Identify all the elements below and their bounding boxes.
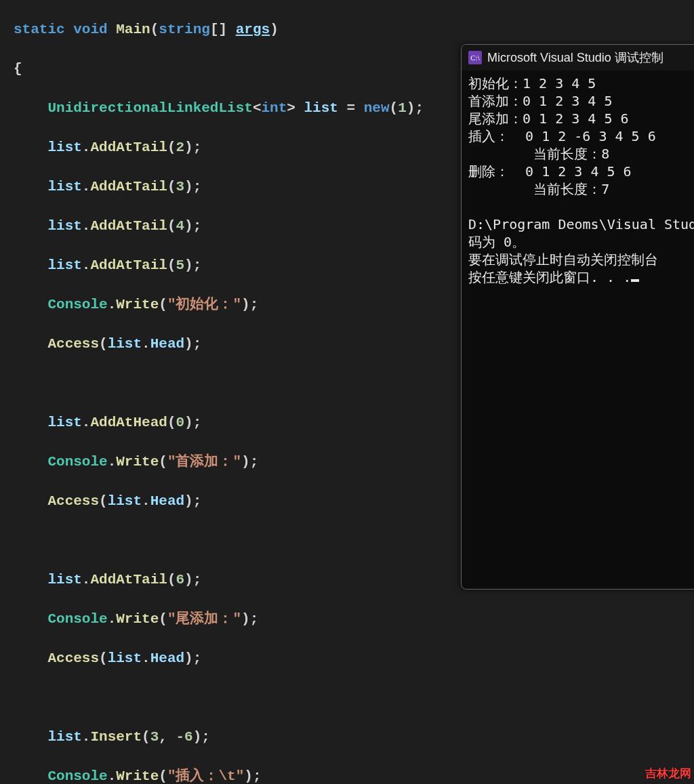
console-line: 当前长度：7: [468, 181, 609, 197]
watermark-text: 吉林龙网: [645, 766, 691, 781]
code-line: Console.Write("插入：\t");: [0, 766, 694, 784]
code-line: list.Insert(3, -6);: [0, 727, 694, 747]
console-output: 初始化：1 2 3 4 5 首添加：0 1 2 3 4 5 尾添加：0 1 2 …: [462, 70, 694, 290]
cursor-icon: [631, 279, 639, 282]
console-line: 按任意键关闭此窗口. . .: [468, 269, 631, 285]
code-line: Access(list.Head);: [0, 648, 694, 668]
code-line: Console.Write("尾添加：");: [0, 609, 694, 629]
console-line: 首添加：0 1 2 3 4 5: [468, 93, 612, 109]
console-line: 码为 0。: [468, 234, 525, 250]
debug-console-window[interactable]: C:\ Microsoft Visual Studio 调试控制 初始化：1 2…: [461, 44, 694, 590]
visual-studio-icon: C:\: [468, 51, 482, 64]
console-line: 初始化：1 2 3 4 5: [468, 75, 596, 91]
console-titlebar[interactable]: C:\ Microsoft Visual Studio 调试控制: [462, 45, 694, 70]
console-line: 插入： 0 1 2 -6 3 4 5 6: [468, 128, 656, 144]
console-line: 要在调试停止时自动关闭控制台: [468, 251, 658, 268]
console-line: 当前长度：8: [468, 146, 609, 162]
console-line: D:\Program Deoms\Visual Stud: [468, 216, 694, 232]
console-line: 删除： 0 1 2 3 4 5 6: [468, 163, 632, 180]
console-line: 尾添加：0 1 2 3 4 5 6: [468, 110, 629, 127]
console-title-text: Microsoft Visual Studio 调试控制: [487, 49, 664, 66]
code-line: static void Main(string[] args): [0, 20, 694, 39]
code-line: [0, 688, 694, 707]
